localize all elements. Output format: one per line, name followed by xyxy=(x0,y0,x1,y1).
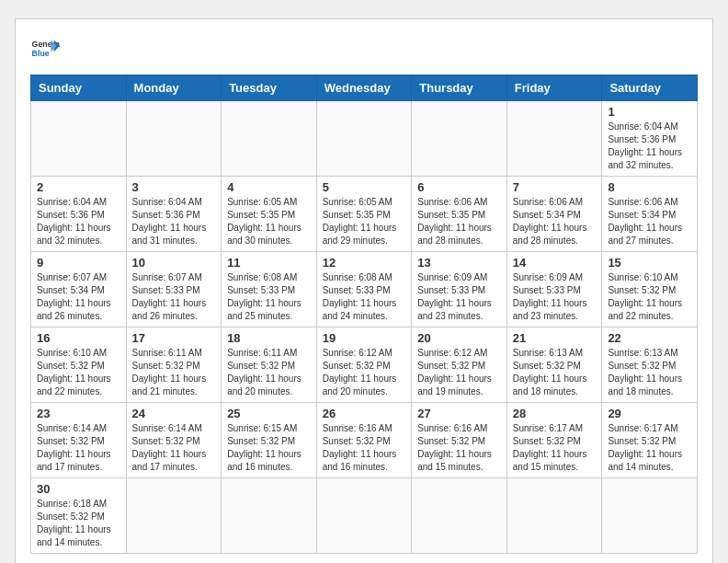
day-info: Sunrise: 6:08 AM Sunset: 5:33 PM Dayligh… xyxy=(323,271,406,323)
calendar-row: 23Sunrise: 6:14 AM Sunset: 5:32 PM Dayli… xyxy=(31,403,698,478)
table-cell: 10Sunrise: 6:07 AM Sunset: 5:33 PM Dayli… xyxy=(126,252,222,327)
table-cell xyxy=(412,478,507,554)
day-number: 29 xyxy=(608,407,691,420)
day-info: Sunrise: 6:05 AM Sunset: 5:35 PM Dayligh… xyxy=(323,196,406,247)
day-number: 3 xyxy=(132,180,216,194)
day-info: Sunrise: 6:17 AM Sunset: 5:32 PM Dayligh… xyxy=(513,422,597,474)
table-cell: 14Sunrise: 6:09 AM Sunset: 5:33 PM Dayli… xyxy=(506,252,602,327)
table-cell xyxy=(31,101,127,177)
table-cell xyxy=(602,478,698,554)
table-cell: 21Sunrise: 6:13 AM Sunset: 5:32 PM Dayli… xyxy=(506,327,602,403)
table-cell xyxy=(126,101,222,177)
table-cell: 1Sunrise: 6:04 AM Sunset: 5:36 PM Daylig… xyxy=(602,101,698,177)
table-cell xyxy=(222,101,317,177)
day-number: 5 xyxy=(323,180,406,194)
table-cell: 26Sunrise: 6:16 AM Sunset: 5:32 PM Dayli… xyxy=(316,403,412,478)
day-info: Sunrise: 6:11 AM Sunset: 5:32 PM Dayligh… xyxy=(227,347,311,398)
table-cell xyxy=(316,101,412,177)
table-cell: 17Sunrise: 6:11 AM Sunset: 5:32 PM Dayli… xyxy=(126,327,222,403)
day-info: Sunrise: 6:12 AM Sunset: 5:32 PM Dayligh… xyxy=(323,347,406,398)
table-cell: 18Sunrise: 6:11 AM Sunset: 5:32 PM Dayli… xyxy=(222,327,317,403)
table-cell: 13Sunrise: 6:09 AM Sunset: 5:33 PM Dayli… xyxy=(412,252,507,327)
day-number: 18 xyxy=(227,331,311,345)
day-number: 2 xyxy=(37,180,120,194)
day-number: 9 xyxy=(37,256,120,270)
day-info: Sunrise: 6:10 AM Sunset: 5:32 PM Dayligh… xyxy=(608,271,691,323)
weekday-header-row: Sunday Monday Tuesday Wednesday Thursday… xyxy=(31,75,698,101)
table-cell: 12Sunrise: 6:08 AM Sunset: 5:33 PM Dayli… xyxy=(316,252,412,327)
day-info: Sunrise: 6:08 AM Sunset: 5:33 PM Dayligh… xyxy=(227,271,311,323)
header-tuesday: Tuesday xyxy=(222,75,317,101)
day-info: Sunrise: 6:11 AM Sunset: 5:32 PM Dayligh… xyxy=(132,347,216,398)
day-info: Sunrise: 6:04 AM Sunset: 5:36 PM Dayligh… xyxy=(132,196,216,247)
day-info: Sunrise: 6:05 AM Sunset: 5:35 PM Dayligh… xyxy=(227,196,311,247)
day-number: 19 xyxy=(323,331,406,345)
header-friday: Friday xyxy=(506,75,602,101)
table-cell: 23Sunrise: 6:14 AM Sunset: 5:32 PM Dayli… xyxy=(31,403,127,478)
table-cell xyxy=(506,478,602,554)
day-number: 27 xyxy=(417,407,501,420)
table-cell xyxy=(506,101,602,177)
day-number: 30 xyxy=(37,482,120,496)
day-number: 17 xyxy=(132,331,216,345)
header-monday: Monday xyxy=(126,75,222,101)
day-number: 6 xyxy=(417,180,501,194)
logo: General Blue xyxy=(30,34,60,63)
table-cell: 11Sunrise: 6:08 AM Sunset: 5:33 PM Dayli… xyxy=(222,252,317,327)
table-cell: 28Sunrise: 6:17 AM Sunset: 5:32 PM Dayli… xyxy=(506,403,602,478)
day-number: 14 xyxy=(513,256,597,270)
day-number: 10 xyxy=(132,256,216,270)
table-cell: 30Sunrise: 6:18 AM Sunset: 5:32 PM Dayli… xyxy=(31,478,127,554)
table-cell: 6Sunrise: 6:06 AM Sunset: 5:35 PM Daylig… xyxy=(412,177,507,252)
table-cell: 2Sunrise: 6:04 AM Sunset: 5:36 PM Daylig… xyxy=(31,177,127,252)
table-cell: 22Sunrise: 6:13 AM Sunset: 5:32 PM Dayli… xyxy=(602,327,698,403)
day-info: Sunrise: 6:16 AM Sunset: 5:32 PM Dayligh… xyxy=(323,422,406,474)
table-cell: 19Sunrise: 6:12 AM Sunset: 5:32 PM Dayli… xyxy=(316,327,412,403)
day-number: 23 xyxy=(37,407,120,420)
day-number: 1 xyxy=(608,105,691,119)
table-cell xyxy=(126,478,222,554)
day-number: 12 xyxy=(323,256,406,270)
day-number: 24 xyxy=(132,407,216,420)
table-cell xyxy=(316,478,412,554)
calendar-row: 9Sunrise: 6:07 AM Sunset: 5:34 PM Daylig… xyxy=(31,252,698,327)
day-info: Sunrise: 6:07 AM Sunset: 5:33 PM Dayligh… xyxy=(132,271,216,323)
table-cell: 29Sunrise: 6:17 AM Sunset: 5:32 PM Dayli… xyxy=(602,403,698,478)
table-cell: 7Sunrise: 6:06 AM Sunset: 5:34 PM Daylig… xyxy=(506,177,602,252)
day-number: 4 xyxy=(227,180,311,194)
day-number: 21 xyxy=(513,331,597,345)
calendar-header: General Blue xyxy=(30,34,698,63)
calendar-table: Sunday Monday Tuesday Wednesday Thursday… xyxy=(30,75,698,554)
day-number: 16 xyxy=(37,331,120,345)
day-number: 20 xyxy=(417,331,501,345)
table-cell: 24Sunrise: 6:14 AM Sunset: 5:32 PM Dayli… xyxy=(126,403,222,478)
day-info: Sunrise: 6:07 AM Sunset: 5:34 PM Dayligh… xyxy=(37,271,120,323)
day-info: Sunrise: 6:06 AM Sunset: 5:35 PM Dayligh… xyxy=(417,196,501,247)
table-cell: 15Sunrise: 6:10 AM Sunset: 5:32 PM Dayli… xyxy=(602,252,698,327)
day-info: Sunrise: 6:15 AM Sunset: 5:32 PM Dayligh… xyxy=(227,422,311,474)
day-number: 7 xyxy=(513,180,597,194)
day-info: Sunrise: 6:09 AM Sunset: 5:33 PM Dayligh… xyxy=(513,271,597,323)
day-number: 8 xyxy=(608,180,691,194)
table-cell: 20Sunrise: 6:12 AM Sunset: 5:32 PM Dayli… xyxy=(412,327,507,403)
table-cell: 9Sunrise: 6:07 AM Sunset: 5:34 PM Daylig… xyxy=(31,252,127,327)
header-thursday: Thursday xyxy=(412,75,507,101)
day-number: 22 xyxy=(608,331,691,345)
calendar-row: 16Sunrise: 6:10 AM Sunset: 5:32 PM Dayli… xyxy=(31,327,698,403)
day-info: Sunrise: 6:10 AM Sunset: 5:32 PM Dayligh… xyxy=(37,347,120,398)
day-info: Sunrise: 6:06 AM Sunset: 5:34 PM Dayligh… xyxy=(513,196,597,247)
header-sunday: Sunday xyxy=(31,75,127,101)
calendar-row: 1Sunrise: 6:04 AM Sunset: 5:36 PM Daylig… xyxy=(31,101,698,177)
day-info: Sunrise: 6:16 AM Sunset: 5:32 PM Dayligh… xyxy=(417,422,501,474)
day-info: Sunrise: 6:09 AM Sunset: 5:33 PM Dayligh… xyxy=(417,271,501,323)
day-info: Sunrise: 6:17 AM Sunset: 5:32 PM Dayligh… xyxy=(608,422,691,474)
table-cell: 4Sunrise: 6:05 AM Sunset: 5:35 PM Daylig… xyxy=(222,177,317,252)
day-number: 28 xyxy=(513,407,597,420)
table-cell: 16Sunrise: 6:10 AM Sunset: 5:32 PM Dayli… xyxy=(31,327,127,403)
table-cell xyxy=(222,478,317,554)
day-info: Sunrise: 6:18 AM Sunset: 5:32 PM Dayligh… xyxy=(37,498,120,549)
table-cell: 25Sunrise: 6:15 AM Sunset: 5:32 PM Dayli… xyxy=(222,403,317,478)
calendar-row: 2Sunrise: 6:04 AM Sunset: 5:36 PM Daylig… xyxy=(31,177,698,252)
table-cell xyxy=(412,101,507,177)
svg-text:Blue: Blue xyxy=(32,49,50,58)
